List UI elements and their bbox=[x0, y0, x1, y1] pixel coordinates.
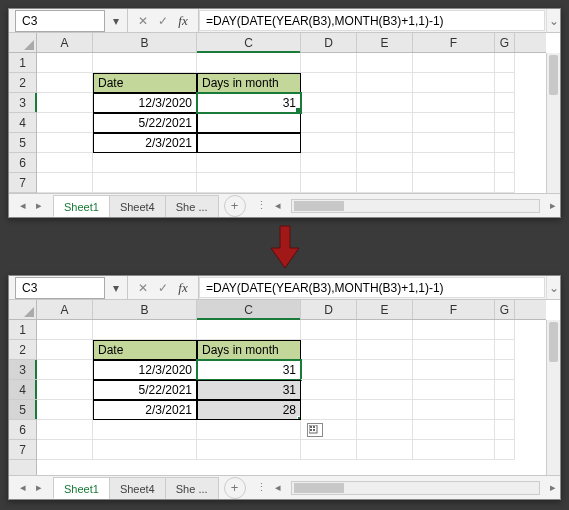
tab-sheet1[interactable]: Sheet1 bbox=[53, 477, 110, 499]
row-5[interactable]: 5 bbox=[9, 400, 36, 420]
svg-rect-2 bbox=[313, 426, 315, 428]
add-sheet-button[interactable]: + bbox=[224, 195, 246, 217]
svg-rect-3 bbox=[310, 429, 312, 431]
tab-more-icon[interactable]: ⋮ bbox=[252, 199, 271, 212]
cell-B4[interactable]: 5/22/2021 bbox=[93, 113, 197, 133]
add-sheet-button[interactable]: + bbox=[224, 477, 246, 499]
col-G[interactable]: G bbox=[495, 300, 515, 319]
cell-B4[interactable]: 5/22/2021 bbox=[93, 380, 197, 400]
cell-B2[interactable]: Date bbox=[93, 73, 197, 93]
row-1[interactable]: 1 bbox=[9, 320, 36, 340]
cancel-icon[interactable]: ✕ bbox=[134, 12, 152, 30]
tab-overflow[interactable]: She ... bbox=[165, 477, 219, 499]
fx-icon[interactable]: fx bbox=[174, 12, 192, 30]
tab-nav[interactable]: ◂▸ bbox=[9, 199, 53, 212]
cell-B5[interactable]: 2/3/2021 bbox=[93, 400, 197, 420]
h-scrollbar[interactable] bbox=[291, 199, 540, 213]
row-6[interactable]: 6 bbox=[9, 153, 36, 173]
col-F[interactable]: F bbox=[413, 300, 495, 319]
tab-sheet4[interactable]: Sheet4 bbox=[109, 195, 166, 217]
cell-C4[interactable]: 31 bbox=[197, 380, 301, 400]
sheet-tabs-bottom: ◂▸ Sheet1 Sheet4 She ... + ⋮ ◂ ▸ bbox=[9, 475, 560, 499]
tab-sheet4[interactable]: Sheet4 bbox=[109, 477, 166, 499]
enter-icon[interactable]: ✓ bbox=[154, 12, 172, 30]
tab-more-icon[interactable]: ⋮ bbox=[252, 481, 271, 494]
h-scrollbar[interactable] bbox=[291, 481, 540, 495]
row-4[interactable]: 4 bbox=[9, 380, 36, 400]
formula-input[interactable]: =DAY(DATE(YEAR(B3),MONTH(B3)+1,1)-1) bbox=[199, 10, 545, 31]
select-all-corner[interactable] bbox=[9, 300, 37, 320]
cell-B3[interactable]: 12/3/2020 bbox=[93, 93, 197, 113]
h-scroll-thumb[interactable] bbox=[294, 483, 344, 493]
tab-sheet1[interactable]: Sheet1 bbox=[53, 195, 110, 217]
formula-input[interactable]: =DAY(DATE(YEAR(B3),MONTH(B3)+1,1)-1) bbox=[199, 277, 545, 298]
sheet-tabs-top: ◂▸ Sheet1 Sheet4 She ... + ⋮ ◂ ▸ bbox=[9, 193, 560, 217]
row-2[interactable]: 2 bbox=[9, 73, 36, 93]
hscroll-left-icon[interactable]: ◂ bbox=[271, 481, 285, 494]
row-7[interactable]: 7 bbox=[9, 440, 36, 460]
col-A[interactable]: A bbox=[37, 33, 93, 52]
v-scrollbar[interactable]: ▴ bbox=[546, 320, 560, 475]
col-C[interactable]: C bbox=[197, 33, 301, 52]
name-box[interactable] bbox=[15, 10, 105, 32]
formula-expand-icon[interactable]: ⌄ bbox=[546, 276, 560, 299]
row-5[interactable]: 5 bbox=[9, 133, 36, 153]
fill-handle-icon[interactable] bbox=[297, 416, 301, 420]
col-B[interactable]: B bbox=[93, 33, 197, 52]
select-all-corner[interactable] bbox=[9, 33, 37, 53]
name-box-wrap: ▾ bbox=[9, 9, 128, 32]
col-A[interactable]: A bbox=[37, 300, 93, 319]
tab-overflow-dots: ... bbox=[198, 201, 207, 213]
formula-controls: ✕ ✓ fx bbox=[128, 9, 199, 32]
row-4[interactable]: 4 bbox=[9, 113, 36, 133]
cell-C2[interactable]: Days in month bbox=[197, 340, 301, 360]
cell-C3-selected[interactable]: 31 bbox=[197, 93, 301, 113]
v-scrollbar[interactable]: ▴ bbox=[546, 53, 560, 193]
v-scroll-thumb[interactable] bbox=[549, 55, 558, 95]
enter-icon[interactable]: ✓ bbox=[154, 279, 172, 297]
tab-overflow-prefix: She bbox=[176, 483, 196, 495]
col-D[interactable]: D bbox=[301, 300, 357, 319]
svg-rect-4 bbox=[313, 429, 315, 431]
col-G[interactable]: G bbox=[495, 33, 515, 52]
transition-arrow-icon bbox=[267, 224, 303, 270]
row-7[interactable]: 7 bbox=[9, 173, 36, 193]
cancel-icon[interactable]: ✕ bbox=[134, 279, 152, 297]
tab-nav[interactable]: ◂▸ bbox=[9, 481, 53, 494]
cell-C5[interactable] bbox=[197, 133, 301, 153]
formula-bar-bottom: ▾ ✕ ✓ fx =DAY(DATE(YEAR(B3),MONTH(B3)+1,… bbox=[9, 276, 560, 300]
h-scroll-thumb[interactable] bbox=[294, 201, 344, 211]
name-box-dropdown-icon[interactable]: ▾ bbox=[109, 10, 123, 32]
col-E[interactable]: E bbox=[357, 33, 413, 52]
cell-A2[interactable] bbox=[37, 73, 93, 93]
row-3[interactable]: 3 bbox=[9, 93, 36, 113]
svg-rect-1 bbox=[310, 426, 312, 428]
name-box-dropdown-icon[interactable]: ▾ bbox=[109, 277, 123, 299]
cell-C2[interactable]: Days in month bbox=[197, 73, 301, 93]
hscroll-right-icon[interactable]: ▸ bbox=[546, 481, 560, 494]
col-C[interactable]: C bbox=[197, 300, 301, 319]
v-scroll-thumb[interactable] bbox=[549, 322, 558, 362]
col-F[interactable]: F bbox=[413, 33, 495, 52]
fx-icon[interactable]: fx bbox=[174, 279, 192, 297]
hscroll-left-icon[interactable]: ◂ bbox=[271, 199, 285, 212]
cell-C4[interactable] bbox=[197, 113, 301, 133]
cell-B5[interactable]: 2/3/2021 bbox=[93, 133, 197, 153]
col-B[interactable]: B bbox=[93, 300, 197, 319]
cell-B2[interactable]: Date bbox=[93, 340, 197, 360]
col-E[interactable]: E bbox=[357, 300, 413, 319]
cell-C5[interactable]: 28 bbox=[197, 400, 301, 420]
row-2[interactable]: 2 bbox=[9, 340, 36, 360]
autofill-options-icon[interactable] bbox=[307, 423, 323, 437]
hscroll-right-icon[interactable]: ▸ bbox=[546, 199, 560, 212]
row-1[interactable]: 1 bbox=[9, 53, 36, 73]
formula-expand-icon[interactable]: ⌄ bbox=[546, 9, 560, 32]
col-D[interactable]: D bbox=[301, 33, 357, 52]
row-6[interactable]: 6 bbox=[9, 420, 36, 440]
cell-C3-active[interactable]: 31 bbox=[197, 360, 301, 380]
cell-B3[interactable]: 12/3/2020 bbox=[93, 360, 197, 380]
name-box[interactable] bbox=[15, 277, 105, 299]
row-headers: 1 2 3 4 5 6 7 bbox=[9, 320, 37, 475]
row-3[interactable]: 3 bbox=[9, 360, 36, 380]
tab-overflow[interactable]: She ... bbox=[165, 195, 219, 217]
